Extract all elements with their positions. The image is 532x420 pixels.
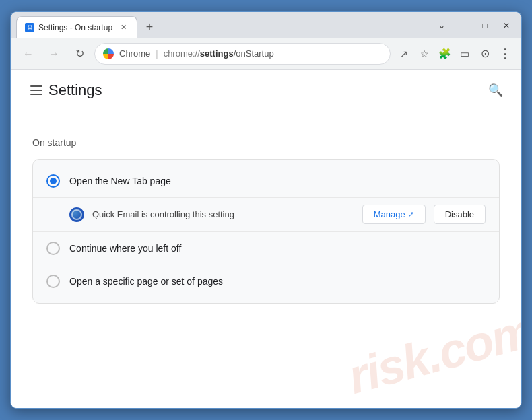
sub-option-quick-email: Quick Email is controlling this setting … [33,197,499,232]
quick-email-label: Quick Email is controlling this setting [92,209,354,219]
reload-button[interactable]: ↻ [69,43,90,65]
active-tab[interactable]: Settings - On startup ✕ [16,16,137,38]
sidebar-toggle-button[interactable]: ▭ [455,44,474,63]
profile-button[interactable]: ⊙ [475,44,494,63]
new-tab-button[interactable]: + [140,18,159,36]
option-continue-label: Continue where you left off [69,243,181,254]
tab-label: Settings - On startup [38,23,112,32]
address-bar[interactable]: Chrome | chrome://settings/onStartup [94,43,391,65]
startup-options-card: Open the New Tab page Quick Email is con… [32,159,500,304]
disable-btn-label: Disable [445,209,474,219]
close-window-button[interactable]: ✕ [497,16,516,35]
radio-new-tab-inner [50,178,57,184]
minimize-button[interactable]: ─ [454,16,473,35]
content-area: Settings 🔍 risk.com On startup [11,70,521,408]
tab-close-button[interactable]: ✕ [118,22,129,33]
option-specific-page[interactable]: Open a specific page or set of pages [33,265,499,298]
on-startup-section: On startup Open the New Tab page [32,121,500,320]
radio-new-tab[interactable] [46,174,60,188]
restore-down-button[interactable]: ⌄ [432,16,451,35]
manage-external-icon: ↗ [408,210,414,219]
extensions-button[interactable]: 🧩 [435,44,454,63]
address-url: chrome://settings/onStartup [164,48,274,59]
back-button[interactable]: ← [18,43,39,65]
toolbar-actions: ↗ ☆ 🧩 ▭ ⊙ ⋮ [395,44,514,63]
manage-button[interactable]: Manage ↗ [362,205,426,224]
chrome-brand-label: Chrome [119,48,150,59]
settings-page-header: Settings 🔍 [11,70,521,110]
radio-continue[interactable] [46,242,60,255]
toolbar: ← → ↻ Chrome | chrome://settings/onStart… [11,38,521,70]
bookmark-button[interactable]: ☆ [415,44,434,63]
radio-specific-page[interactable] [46,275,60,288]
url-path-bold: settings [200,48,234,59]
chrome-logo [103,48,114,59]
share-button[interactable]: ↗ [395,44,413,63]
chrome-menu-button[interactable]: ⋮ [496,44,514,63]
window-controls: ⌄ ─ □ ✕ [432,16,516,35]
tab-strip: Settings - On startup ✕ + [16,12,432,38]
settings-page: Settings 🔍 risk.com On startup [11,70,521,408]
browser-window: Settings - On startup ✕ + ⌄ ─ □ ✕ ← → ↻ … [10,11,522,409]
title-bar: Settings - On startup ✕ + ⌄ ─ □ ✕ [11,12,521,38]
manage-btn-label: Manage [374,209,405,219]
settings-page-title: Settings [48,81,102,99]
quick-email-extension-icon [69,207,84,222]
option-specific-page-label: Open a specific page or set of pages [69,276,223,287]
option-new-tab-label: Open the New Tab page [69,176,171,186]
settings-search-button[interactable]: 🔍 [484,78,508,102]
address-separator: | [156,48,158,59]
url-suffix: /onStartup [234,48,274,59]
settings-page-content: risk.com On startup Open the New Tab pag… [11,110,521,408]
maximize-button[interactable]: □ [475,16,494,35]
option-continue[interactable]: Continue where you left off [33,232,499,265]
url-prefix: chrome:// [164,48,200,59]
option-new-tab[interactable]: Open the New Tab page [33,165,499,197]
section-title: On startup [32,137,500,148]
hamburger-icon [30,85,42,95]
tab-favicon [25,23,34,32]
disable-button[interactable]: Disable [434,205,486,224]
forward-button[interactable]: → [43,43,65,65]
menu-toggle-button[interactable] [24,78,48,102]
